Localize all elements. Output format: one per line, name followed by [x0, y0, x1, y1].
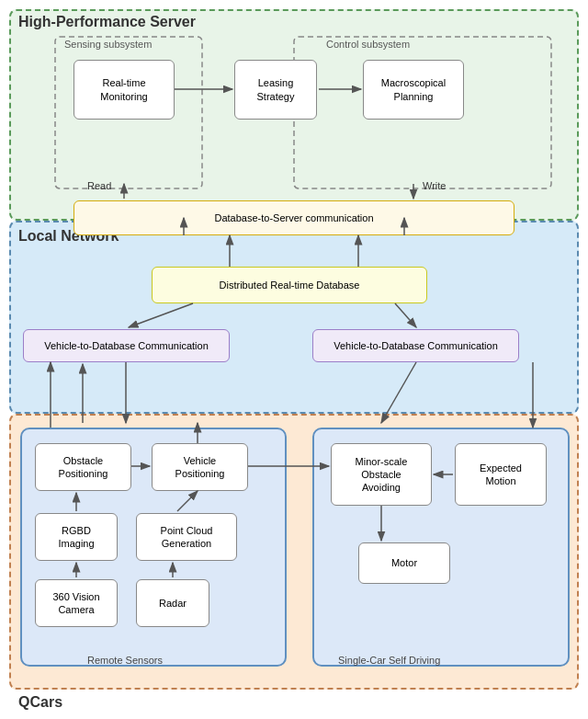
point-cloud-box: Point Cloud Generation: [136, 513, 237, 561]
write-label: Write: [423, 180, 446, 191]
obstacle-positioning-box: Obstacle Positioning: [35, 443, 131, 491]
vehicle-positioning-box: Vehicle Positioning: [152, 443, 248, 491]
motor-box: Motor: [358, 542, 450, 584]
section-local: [9, 221, 579, 414]
vtd-comm-right-box: Vehicle-to-Database Communication: [312, 329, 519, 362]
single-car-label: Single-Car Self Driving: [338, 655, 440, 666]
qcars-label: QCars: [18, 694, 62, 711]
diagram-container: High-Performance Server Local Network QC…: [0, 0, 588, 719]
distributed-db-box: Distributed Real-time Database: [152, 267, 427, 303]
realtime-monitoring-box: Real-time Monitoring: [74, 60, 175, 120]
macroscopical-planning-box: Macroscopical Planning: [363, 60, 464, 120]
vision-camera-box: 360 Vision Camera: [35, 579, 118, 627]
server-label: High-Performance Server: [18, 14, 196, 30]
leasing-strategy-box: Leasing Strategy: [234, 60, 317, 120]
expected-motion-box: Expected Motion: [455, 443, 547, 506]
db-server-comm-box: Database-to-Server communication: [74, 200, 514, 235]
minor-scale-box: Minor-scale Obstacle Avoiding: [331, 443, 432, 506]
vtd-comm-left-box: Vehicle-to-Database Communication: [23, 329, 230, 362]
rgbd-imaging-box: RGBD Imaging: [35, 513, 118, 561]
control-subsystem-label: Control subsystem: [326, 39, 410, 50]
sensing-subsystem-label: Sensing subsystem: [64, 39, 152, 50]
remote-sensors-label: Remote Sensors: [87, 655, 163, 666]
radar-box: Radar: [136, 579, 209, 627]
read-label: Read: [87, 180, 111, 191]
